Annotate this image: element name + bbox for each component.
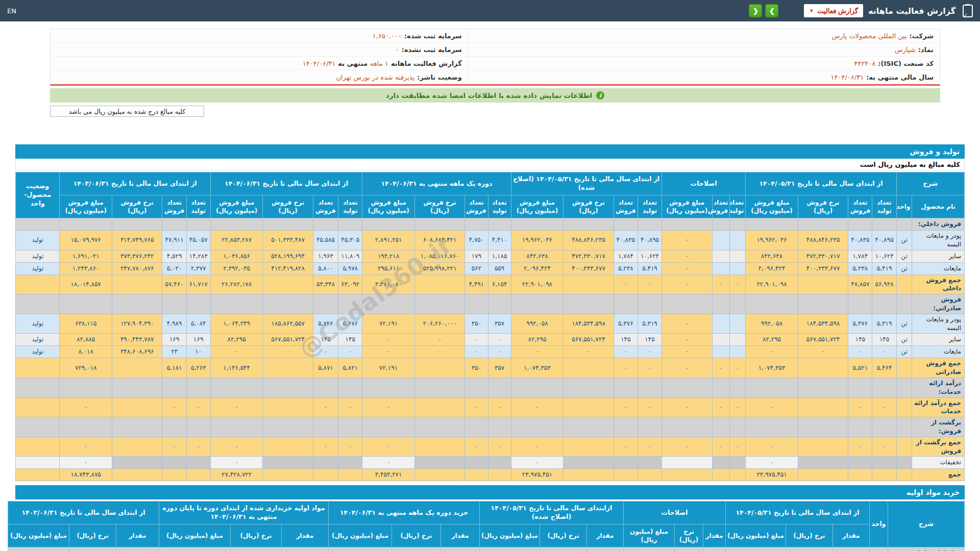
cell: ۱,۱۸۵: [488, 250, 511, 262]
cell: ۰: [614, 274, 638, 294]
cell: مواد اولیه داخلی: [888, 547, 965, 551]
cell: ۰: [338, 397, 362, 417]
cell: ۰: [362, 457, 415, 469]
column-header: تعداد فروش: [465, 195, 488, 218]
cell: [896, 378, 912, 397]
cell: ۴۰,۸۳۵: [848, 231, 872, 251]
cell: ۰: [511, 346, 564, 358]
cell: [263, 294, 313, 314]
column-header: خرید دوره یک ماهه منتهی به ۱۴۰۴/۰۶/۳۱: [328, 502, 479, 524]
cell: ۱,۷۸۴: [614, 250, 638, 262]
cell: ۰: [338, 346, 362, 358]
cell: [313, 469, 338, 481]
table-row: پودر و مایعات البسهتن۴۰,۸۹۵۴۰,۸۳۵۴۸۸,۸۴۶…: [16, 231, 965, 251]
cell: [16, 437, 60, 457]
cell: [564, 294, 614, 314]
cell: پودر و مایعات البسه: [912, 314, 965, 334]
cell: [162, 417, 186, 437]
column-header: ازابتدای سال مالی تا تاریخ ۱۴۰۴/۰۵/۳۱ (ا…: [479, 502, 623, 524]
cell: [638, 457, 662, 469]
cell: [186, 294, 210, 314]
info-label: شرکت:: [910, 32, 934, 40]
cell: [798, 417, 848, 437]
info-field: سال مالی منتهی به:۱۴۰۴/۰۶/۳۱: [469, 70, 940, 84]
cell: [712, 346, 730, 358]
cell: [638, 469, 662, 481]
cell: ۴۰۰,۲۳۳,۶۷۷: [564, 262, 614, 274]
cell: [638, 294, 662, 314]
cell: ۱۴۵: [614, 334, 638, 346]
info-field: کد صنعت (ISIC):۴۴۲۴۰۸: [469, 57, 940, 70]
cell: [712, 457, 730, 469]
cell: ۵۷,۴۶۰: [162, 274, 186, 294]
info-value: شپارس: [895, 46, 916, 54]
section-bar-purchase: خرید مواد اولیه: [15, 485, 965, 499]
cell: [60, 294, 112, 314]
cell: ۳۵۷: [488, 314, 511, 334]
cell: فروش صادراتي:: [912, 294, 965, 314]
cell: ۲۳: [162, 346, 186, 358]
cell: [564, 274, 614, 294]
cell: ۰: [848, 397, 872, 417]
cell: ۰: [848, 346, 872, 358]
column-header: نرخ (ریال): [69, 524, 116, 547]
cell: ۲,۸۹۱,۲۵۱: [362, 231, 415, 251]
cell: ۴۷,۹۱۱: [162, 231, 186, 251]
table-row: جمع۲۳,۹۷۵,۴۵۱۲۳,۹۷۵,۴۵۱۳,۴۵۳,۲۷۱۲۷,۴۲۸,۷…: [16, 469, 965, 481]
cell: [675, 547, 703, 551]
cell: [746, 378, 798, 397]
cell: ۴,۷۵۰: [465, 231, 488, 251]
column-header: تعداد تولید: [730, 195, 746, 218]
cell: [159, 547, 230, 551]
info-label: نماد:: [918, 46, 934, 54]
company-info-grid: شرکت:بین المللی محصولات پارسسرمایه ثبت ش…: [51, 29, 940, 84]
cell: [186, 457, 210, 469]
report-type-dropdown[interactable]: گزارش فعالیت ▼: [804, 4, 863, 17]
info-value: ۴۴۲۴۰۸: [854, 60, 875, 67]
cell: ۱,۹۶۳: [313, 250, 338, 262]
cell: ۰: [488, 397, 511, 417]
cell: ۰: [662, 274, 712, 294]
nav-back-button[interactable]: ❮: [749, 4, 762, 17]
cell: [112, 469, 162, 481]
cell: ۱,۲۴۳,۸۶۰: [60, 262, 112, 274]
cell: ۴۰,۸۹۵: [872, 231, 896, 251]
cell: ۰: [60, 457, 112, 469]
table-row: سایرتن۱۰,۶۲۴۱,۷۸۴۴۷۲,۳۳۰,۷۱۷۸۴۲,۶۳۸۰۱۰,۶…: [16, 250, 965, 262]
column-header: نرخ فروش (ریال): [112, 195, 162, 218]
cell: [16, 274, 60, 294]
cell: ۲۲,۹۰۱,۰۹۸: [746, 274, 798, 294]
cell: ۱۷۹: [465, 250, 488, 262]
cell: [564, 378, 614, 397]
info-label: سرمایه ثبت نشده:: [402, 46, 462, 54]
cell: ۰: [362, 437, 415, 457]
language-toggle[interactable]: EN: [7, 7, 16, 15]
info-value: ۱,۶۵۰,۰۰۰: [373, 32, 402, 40]
cell: ۹۹۲,۰۵۸: [746, 314, 798, 334]
cell: ۱۴,۲۸۳: [186, 250, 210, 262]
cell: ۳۵۰: [465, 358, 488, 378]
cell: ۰: [186, 397, 210, 417]
cell: ۴۰,۸۹۵: [638, 231, 662, 251]
cell: ۰: [210, 437, 263, 457]
cell: [872, 378, 896, 397]
info-label: کد صنعت (ISIC):: [878, 60, 934, 67]
table-row: فروش داخلي:: [16, 218, 965, 231]
cell: [896, 397, 912, 417]
cell: [896, 294, 912, 314]
cell: [313, 294, 338, 314]
cell: ۱۴۵: [638, 334, 662, 346]
cell: ۰: [465, 397, 488, 417]
cell: [798, 294, 848, 314]
cell: ۱۴۵: [848, 334, 872, 346]
cell: [210, 417, 263, 437]
nav-forward-button[interactable]: ❯: [765, 4, 778, 17]
cell: [712, 262, 730, 274]
cell: ۵۲۸,۱۹۹,۶۹۴: [263, 250, 313, 262]
cell: ۶۳۸,۱۱۵: [60, 314, 112, 334]
cell: ۴۷,۸۵۷: [848, 274, 872, 294]
cell: ۰: [638, 346, 662, 358]
cell: [848, 218, 872, 231]
cell: [746, 294, 798, 314]
cell: [362, 417, 415, 437]
